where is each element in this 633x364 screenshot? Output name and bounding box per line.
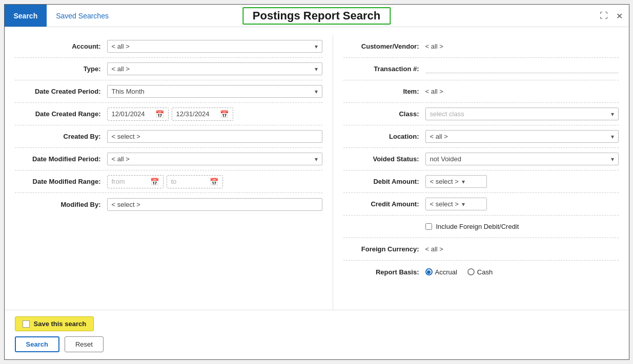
debit-amount-select[interactable]: < select > ▾ bbox=[425, 175, 487, 188]
title-bar: Search Saved Searches Postings Report Se… bbox=[5, 5, 629, 27]
modified-by-control: < select > bbox=[107, 198, 322, 211]
debit-amount-fields: < select > ▾ bbox=[425, 175, 487, 188]
credit-amount-select[interactable]: < select > ▾ bbox=[425, 198, 487, 210]
tab-search[interactable]: Search bbox=[5, 5, 47, 27]
report-basis-label: Report Basis: bbox=[343, 268, 425, 276]
report-basis-control: Accrual Cash bbox=[425, 268, 619, 276]
include-foreign-checkbox[interactable] bbox=[425, 223, 432, 230]
credit-amount-label: Credit Amount: bbox=[343, 200, 425, 208]
transaction-input[interactable] bbox=[425, 65, 619, 73]
date-mod-to-input[interactable]: to 📅 bbox=[167, 175, 223, 188]
include-foreign-label: Include Foreign Debit/Credit bbox=[436, 223, 519, 230]
voided-status-select[interactable]: not Voided ▾ bbox=[425, 153, 619, 165]
class-label: Class: bbox=[343, 110, 425, 118]
created-by-row: Created By: < select > bbox=[15, 125, 322, 148]
voided-status-value: not Voided bbox=[430, 155, 461, 163]
location-row: Location: < all > ▾ bbox=[343, 125, 619, 148]
close-button[interactable]: ✕ bbox=[614, 10, 625, 22]
foreign-currency-value: < all > bbox=[425, 245, 443, 253]
location-label: Location: bbox=[343, 133, 425, 140]
type-select[interactable]: < all > ▾ bbox=[107, 62, 322, 75]
cash-label: Cash bbox=[477, 268, 493, 276]
include-foreign-row: Include Foreign Debit/Credit bbox=[343, 216, 619, 238]
created-by-select[interactable]: < select > bbox=[107, 130, 322, 143]
location-value: < all > bbox=[430, 133, 448, 140]
date-mod-from-value: from bbox=[112, 178, 125, 185]
date-to-input[interactable]: 12/31/2024 📅 bbox=[172, 108, 233, 121]
report-basis-radio-group: Accrual Cash bbox=[425, 268, 493, 276]
account-label: Account: bbox=[15, 42, 107, 50]
debit-amount-control: < select > ▾ bbox=[425, 175, 619, 188]
modified-by-label: Modified By: bbox=[15, 201, 107, 208]
item-label: Item: bbox=[343, 88, 425, 95]
customer-vendor-value: < all > bbox=[425, 42, 443, 50]
credit-amount-row: Credit Amount: < select > ▾ bbox=[343, 193, 619, 216]
report-basis-row: Report Basis: Accrual Cash bbox=[343, 261, 619, 283]
debit-amount-value: < select > bbox=[430, 178, 459, 185]
reset-button[interactable]: Reset bbox=[65, 336, 104, 352]
search-button[interactable]: Search bbox=[15, 336, 59, 352]
credit-amount-arrow: ▾ bbox=[462, 201, 465, 208]
date-created-period-row: Date Created Period: This Month ▾ bbox=[15, 80, 322, 103]
save-search-checkbox bbox=[23, 320, 30, 328]
customer-vendor-label: Customer/Vendor: bbox=[343, 42, 425, 50]
date-created-period-select[interactable]: This Month ▾ bbox=[107, 85, 322, 98]
calendar-to-icon[interactable]: 📅 bbox=[220, 110, 229, 118]
customer-vendor-control: < all > bbox=[425, 42, 619, 50]
created-by-control: < select > bbox=[107, 130, 322, 143]
cash-radio-item[interactable]: Cash bbox=[467, 268, 493, 276]
modified-by-select[interactable]: < select > bbox=[107, 198, 322, 211]
type-value: < all > bbox=[112, 65, 130, 73]
date-created-range-label: Date Created Range: bbox=[15, 110, 107, 118]
date-mod-from-input[interactable]: from 📅 bbox=[107, 175, 164, 188]
save-search-button[interactable]: Save this search bbox=[15, 316, 94, 331]
class-select[interactable]: select class ▾ bbox=[425, 108, 619, 120]
created-by-value: < select > bbox=[112, 133, 140, 140]
debit-amount-arrow: ▾ bbox=[462, 178, 465, 185]
date-modified-period-control: < all > ▾ bbox=[107, 153, 322, 165]
date-created-range-row: Date Created Range: 12/01/2024 📅 12/31/2… bbox=[15, 103, 322, 125]
include-foreign-checkbox-row: Include Foreign Debit/Credit bbox=[425, 220, 619, 233]
transaction-label: Transaction #: bbox=[343, 65, 425, 73]
type-control: < all > ▾ bbox=[107, 62, 322, 75]
left-panel: Account: < all > ▾ Type: < all > ▾ bbox=[15, 35, 333, 310]
foreign-currency-row: Foreign Currency: < all > bbox=[343, 238, 619, 261]
location-select[interactable]: < all > ▾ bbox=[425, 130, 619, 143]
class-control: select class ▾ bbox=[425, 108, 619, 120]
foreign-currency-control: < all > bbox=[425, 245, 619, 253]
date-mod-to-value: to bbox=[171, 178, 177, 185]
account-select[interactable]: < all > ▾ bbox=[107, 40, 322, 53]
include-foreign-control: Include Foreign Debit/Credit bbox=[425, 220, 619, 233]
debit-amount-label: Debit Amount: bbox=[343, 178, 425, 185]
date-created-range-control: 12/01/2024 📅 12/31/2024 📅 bbox=[107, 108, 322, 121]
date-created-period-value: This Month bbox=[112, 88, 145, 95]
window-controls: ⛶ ✕ bbox=[598, 10, 625, 22]
date-modified-period-arrow: ▾ bbox=[315, 156, 318, 163]
date-to-value: 12/31/2024 bbox=[176, 110, 210, 118]
date-modified-range-fields: from 📅 to 📅 bbox=[107, 175, 322, 188]
date-from-input[interactable]: 12/01/2024 📅 bbox=[107, 108, 169, 121]
date-modified-period-select[interactable]: < all > ▾ bbox=[107, 153, 322, 165]
account-value: < all > bbox=[112, 42, 130, 50]
calendar-mod-to-icon[interactable]: 📅 bbox=[210, 178, 218, 186]
accrual-radio-button[interactable] bbox=[425, 268, 433, 275]
expand-button[interactable]: ⛶ bbox=[598, 10, 610, 22]
date-modified-range-label: Date Modified Range: bbox=[15, 178, 107, 185]
voided-status-arrow: ▾ bbox=[611, 156, 614, 163]
accrual-radio-item[interactable]: Accrual bbox=[425, 268, 457, 276]
date-created-period-label: Date Created Period: bbox=[15, 88, 107, 95]
calendar-from-icon[interactable]: 📅 bbox=[155, 110, 164, 118]
calendar-mod-from-icon[interactable]: 📅 bbox=[150, 178, 159, 186]
customer-vendor-row: Customer/Vendor: < all > bbox=[343, 35, 619, 58]
class-placeholder: select class bbox=[430, 110, 464, 118]
credit-amount-fields: < select > ▾ bbox=[425, 198, 487, 210]
credit-amount-control: < select > ▾ bbox=[425, 198, 619, 210]
main-window: Search Saved Searches Postings Report Se… bbox=[4, 4, 629, 360]
date-modified-period-value: < all > bbox=[112, 155, 130, 163]
voided-status-label: Voided Status: bbox=[343, 155, 425, 163]
accrual-label: Accrual bbox=[435, 268, 457, 276]
tab-saved-searches[interactable]: Saved Searches bbox=[47, 5, 118, 27]
modified-by-row: Modified By: < select > bbox=[15, 193, 322, 216]
location-control: < all > ▾ bbox=[425, 130, 619, 143]
cash-radio-button[interactable] bbox=[467, 268, 475, 275]
